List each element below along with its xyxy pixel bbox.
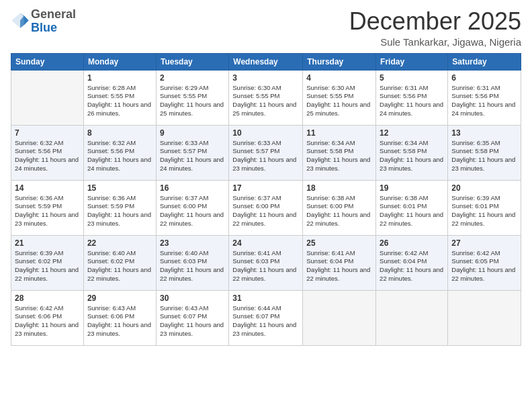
day-info: Sunrise: 6:40 AM Sunset: 6:03 PM Dayligh… (160, 249, 225, 283)
day-number: 11 (306, 128, 372, 138)
calendar-week-row: 28Sunrise: 6:42 AM Sunset: 6:06 PM Dayli… (11, 290, 521, 345)
logo-text: General Blue (31, 8, 76, 35)
col-header-monday: Monday (83, 53, 156, 70)
day-number: 3 (232, 73, 299, 83)
day-info: Sunrise: 6:32 AM Sunset: 5:56 PM Dayligh… (87, 139, 152, 173)
calendar-cell: 18Sunrise: 6:38 AM Sunset: 6:00 PM Dayli… (303, 180, 376, 235)
calendar-cell: 19Sunrise: 6:38 AM Sunset: 6:01 PM Dayli… (376, 180, 448, 235)
logo: General Blue (11, 8, 76, 35)
calendar-cell: 28Sunrise: 6:42 AM Sunset: 6:06 PM Dayli… (11, 290, 84, 345)
day-info: Sunrise: 6:35 AM Sunset: 5:58 PM Dayligh… (451, 139, 517, 173)
calendar-cell: 6Sunrise: 6:31 AM Sunset: 5:56 PM Daylig… (448, 70, 521, 125)
calendar-cell: 26Sunrise: 6:42 AM Sunset: 6:04 PM Dayli… (376, 235, 448, 290)
day-number: 26 (380, 238, 444, 248)
day-number: 25 (306, 238, 372, 248)
day-info: Sunrise: 6:31 AM Sunset: 5:56 PM Dayligh… (380, 84, 444, 118)
calendar-table: SundayMondayTuesdayWednesdayThursdayFrid… (11, 53, 521, 346)
day-number: 20 (451, 183, 517, 193)
day-info: Sunrise: 6:34 AM Sunset: 5:58 PM Dayligh… (306, 139, 372, 173)
calendar-week-row: 21Sunrise: 6:39 AM Sunset: 6:02 PM Dayli… (11, 235, 521, 290)
day-number: 23 (160, 238, 225, 248)
day-info: Sunrise: 6:33 AM Sunset: 5:57 PM Dayligh… (160, 139, 225, 173)
calendar-cell: 31Sunrise: 6:44 AM Sunset: 6:07 PM Dayli… (229, 290, 303, 345)
col-header-friday: Friday (376, 53, 448, 70)
calendar-week-row: 7Sunrise: 6:32 AM Sunset: 5:56 PM Daylig… (11, 125, 521, 180)
day-number: 22 (87, 238, 152, 248)
logo-blue: Blue (31, 21, 76, 35)
day-info: Sunrise: 6:42 AM Sunset: 6:06 PM Dayligh… (15, 304, 80, 338)
day-info: Sunrise: 6:37 AM Sunset: 6:00 PM Dayligh… (160, 194, 225, 228)
day-info: Sunrise: 6:32 AM Sunset: 5:56 PM Dayligh… (15, 139, 80, 173)
day-number: 9 (160, 128, 225, 138)
calendar-week-row: 1Sunrise: 6:28 AM Sunset: 5:55 PM Daylig… (11, 70, 521, 125)
calendar-cell: 14Sunrise: 6:36 AM Sunset: 5:59 PM Dayli… (11, 180, 84, 235)
calendar-cell: 7Sunrise: 6:32 AM Sunset: 5:56 PM Daylig… (11, 125, 84, 180)
calendar-cell: 24Sunrise: 6:41 AM Sunset: 6:03 PM Dayli… (229, 235, 303, 290)
col-header-sunday: Sunday (11, 53, 84, 70)
col-header-wednesday: Wednesday (229, 53, 303, 70)
calendar-cell (376, 290, 448, 345)
title-block: December 2025 Sule Tankarkar, Jigawa, Ni… (349, 8, 521, 48)
day-info: Sunrise: 6:36 AM Sunset: 5:59 PM Dayligh… (15, 194, 80, 228)
calendar-cell (11, 70, 84, 125)
day-number: 1 (87, 73, 152, 83)
day-number: 17 (232, 183, 299, 193)
day-number: 7 (15, 128, 80, 138)
calendar-cell: 22Sunrise: 6:40 AM Sunset: 6:02 PM Dayli… (83, 235, 156, 290)
calendar-cell: 13Sunrise: 6:35 AM Sunset: 5:58 PM Dayli… (448, 125, 521, 180)
logo-general: General (31, 8, 76, 21)
day-number: 27 (451, 238, 517, 248)
day-number: 19 (380, 183, 444, 193)
calendar-cell: 9Sunrise: 6:33 AM Sunset: 5:57 PM Daylig… (156, 125, 228, 180)
calendar-cell (303, 290, 376, 345)
calendar-cell: 27Sunrise: 6:42 AM Sunset: 6:05 PM Dayli… (448, 235, 521, 290)
day-info: Sunrise: 6:29 AM Sunset: 5:55 PM Dayligh… (160, 84, 225, 118)
calendar-cell: 2Sunrise: 6:29 AM Sunset: 5:55 PM Daylig… (156, 70, 228, 125)
calendar-cell: 17Sunrise: 6:37 AM Sunset: 6:00 PM Dayli… (229, 180, 303, 235)
day-info: Sunrise: 6:34 AM Sunset: 5:58 PM Dayligh… (380, 139, 444, 173)
calendar-cell: 21Sunrise: 6:39 AM Sunset: 6:02 PM Dayli… (11, 235, 84, 290)
calendar-cell: 25Sunrise: 6:41 AM Sunset: 6:04 PM Dayli… (303, 235, 376, 290)
day-number: 29 (87, 293, 152, 303)
day-info: Sunrise: 6:43 AM Sunset: 6:06 PM Dayligh… (87, 304, 152, 338)
day-info: Sunrise: 6:42 AM Sunset: 6:04 PM Dayligh… (380, 249, 444, 283)
col-header-saturday: Saturday (448, 53, 521, 70)
month-title: December 2025 (349, 8, 521, 35)
day-info: Sunrise: 6:41 AM Sunset: 6:04 PM Dayligh… (306, 249, 372, 283)
day-info: Sunrise: 6:30 AM Sunset: 5:55 PM Dayligh… (306, 84, 372, 118)
calendar-cell: 30Sunrise: 6:43 AM Sunset: 6:07 PM Dayli… (156, 290, 228, 345)
day-number: 24 (232, 238, 299, 248)
day-number: 15 (87, 183, 152, 193)
day-info: Sunrise: 6:43 AM Sunset: 6:07 PM Dayligh… (160, 304, 225, 338)
day-info: Sunrise: 6:40 AM Sunset: 6:02 PM Dayligh… (87, 249, 152, 283)
day-info: Sunrise: 6:38 AM Sunset: 6:00 PM Dayligh… (306, 194, 372, 228)
day-info: Sunrise: 6:37 AM Sunset: 6:00 PM Dayligh… (232, 194, 299, 228)
day-number: 18 (306, 183, 372, 193)
day-number: 30 (160, 293, 225, 303)
day-info: Sunrise: 6:30 AM Sunset: 5:55 PM Dayligh… (232, 84, 299, 118)
day-number: 13 (451, 128, 517, 138)
logo-icon (11, 12, 30, 31)
day-number: 21 (15, 238, 80, 248)
day-number: 31 (232, 293, 299, 303)
day-number: 8 (87, 128, 152, 138)
col-header-thursday: Thursday (303, 53, 376, 70)
day-info: Sunrise: 6:28 AM Sunset: 5:55 PM Dayligh… (87, 84, 152, 118)
calendar-header-row: SundayMondayTuesdayWednesdayThursdayFrid… (11, 53, 521, 70)
calendar-cell: 8Sunrise: 6:32 AM Sunset: 5:56 PM Daylig… (83, 125, 156, 180)
calendar-cell: 15Sunrise: 6:36 AM Sunset: 5:59 PM Dayli… (83, 180, 156, 235)
day-info: Sunrise: 6:39 AM Sunset: 6:01 PM Dayligh… (451, 194, 517, 228)
day-number: 2 (160, 73, 225, 83)
calendar-cell: 5Sunrise: 6:31 AM Sunset: 5:56 PM Daylig… (376, 70, 448, 125)
day-info: Sunrise: 6:41 AM Sunset: 6:03 PM Dayligh… (232, 249, 299, 283)
day-number: 10 (232, 128, 299, 138)
calendar-cell: 10Sunrise: 6:33 AM Sunset: 5:57 PM Dayli… (229, 125, 303, 180)
calendar-cell: 20Sunrise: 6:39 AM Sunset: 6:01 PM Dayli… (448, 180, 521, 235)
calendar-cell: 4Sunrise: 6:30 AM Sunset: 5:55 PM Daylig… (303, 70, 376, 125)
day-number: 5 (380, 73, 444, 83)
day-number: 12 (380, 128, 444, 138)
day-info: Sunrise: 6:42 AM Sunset: 6:05 PM Dayligh… (451, 249, 517, 283)
day-number: 14 (15, 183, 80, 193)
calendar-cell: 12Sunrise: 6:34 AM Sunset: 5:58 PM Dayli… (376, 125, 448, 180)
calendar-cell: 3Sunrise: 6:30 AM Sunset: 5:55 PM Daylig… (229, 70, 303, 125)
